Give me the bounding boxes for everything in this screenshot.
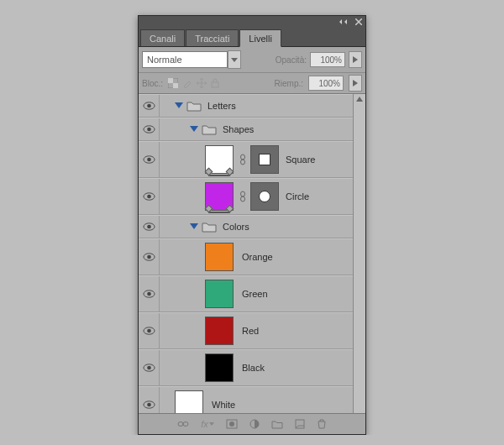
mask-icon[interactable] — [226, 419, 238, 429]
folder-icon — [186, 99, 202, 113]
visibility-icon[interactable] — [143, 290, 155, 298]
close-icon[interactable] — [355, 18, 362, 25]
vector-mask-thumb[interactable] — [250, 145, 279, 174]
layer-group-colors[interactable]: Colors — [139, 215, 353, 238]
blend-mode-caret[interactable] — [228, 50, 241, 69]
blend-mode-select[interactable]: Normale — [142, 51, 228, 68]
svg-point-11 — [241, 160, 245, 165]
layer-list: Letters Shapes Square — [139, 94, 353, 413]
visibility-icon[interactable] — [143, 253, 155, 261]
visibility-icon[interactable] — [143, 400, 155, 409]
svg-point-15 — [241, 196, 245, 202]
fill-label: Riemp.: — [275, 79, 303, 88]
blend-row: Normale Opacità: 100% — [139, 47, 365, 73]
visibility-icon[interactable] — [143, 192, 155, 201]
opacity-flyout[interactable] — [349, 51, 362, 68]
disclosure-icon[interactable] — [175, 101, 183, 111]
fx-icon[interactable]: fx — [201, 419, 214, 429]
layer-name: Black — [242, 363, 265, 373]
visibility-icon[interactable] — [143, 327, 155, 335]
visibility-icon[interactable] — [143, 364, 155, 372]
svg-point-5 — [147, 104, 151, 108]
layers-panel: Canali Tracciati Livelli Normale Opacità… — [138, 15, 366, 435]
lock-all-icon[interactable] — [211, 78, 219, 88]
layer-group-shapes[interactable]: Shapes — [139, 118, 353, 141]
svg-point-9 — [147, 158, 151, 162]
folder-icon — [201, 220, 218, 233]
layer-green[interactable]: Green — [139, 275, 353, 312]
svg-point-25 — [147, 366, 151, 370]
tabs: Canali Tracciati Livelli — [139, 28, 365, 47]
tab-canali[interactable]: Canali — [140, 29, 185, 46]
layer-white[interactable]: White — [139, 386, 353, 413]
opacity-input[interactable]: 100% — [310, 52, 345, 67]
delete-icon[interactable] — [317, 419, 327, 429]
lock-move-icon[interactable] — [197, 78, 207, 88]
layers-area: Letters Shapes Square — [139, 94, 365, 413]
visibility-icon[interactable] — [143, 125, 155, 134]
lock-label: Bloc.: — [142, 79, 163, 88]
opacity-label: Opacità: — [276, 55, 307, 65]
layer-thumb[interactable] — [205, 243, 234, 271]
disclosure-icon[interactable] — [190, 124, 198, 134]
link-icon[interactable] — [239, 154, 247, 165]
svg-point-31 — [229, 421, 234, 427]
fill-flyout[interactable] — [349, 75, 362, 92]
layer-square[interactable]: Square — [139, 141, 353, 178]
svg-point-27 — [147, 403, 151, 407]
svg-point-28 — [178, 422, 183, 427]
layer-name: Colors — [223, 222, 249, 232]
layer-circle[interactable]: Circle — [139, 178, 353, 215]
layer-thumb[interactable] — [205, 145, 234, 174]
layer-thumb[interactable] — [205, 280, 234, 308]
svg-rect-2 — [173, 83, 178, 88]
svg-point-23 — [147, 329, 151, 333]
scrollbar[interactable] — [353, 94, 365, 413]
disclosure-icon[interactable] — [190, 222, 198, 232]
collapse-icon[interactable] — [339, 18, 350, 25]
svg-point-19 — [147, 255, 151, 259]
tab-tracciati[interactable]: Tracciati — [186, 29, 239, 46]
svg-rect-3 — [212, 82, 218, 87]
new-group-icon[interactable] — [271, 419, 283, 429]
svg-point-17 — [147, 225, 151, 229]
svg-rect-1 — [168, 78, 173, 83]
svg-point-21 — [147, 292, 151, 296]
visibility-icon[interactable] — [143, 102, 155, 110]
link-layers-icon[interactable] — [177, 420, 189, 428]
layer-name: Letters — [207, 101, 236, 111]
lock-row: Bloc.: Riemp.: 100% — [139, 73, 365, 94]
folder-icon — [201, 123, 218, 136]
layer-thumb[interactable] — [205, 317, 234, 345]
svg-point-14 — [241, 191, 245, 196]
link-icon[interactable] — [239, 191, 247, 202]
layer-thumb[interactable] — [205, 182, 234, 211]
visibility-icon[interactable] — [143, 222, 155, 231]
layer-thumb[interactable] — [205, 353, 234, 382]
adjustment-icon[interactable] — [249, 419, 260, 429]
layer-name: Red — [242, 326, 259, 336]
lock-icons — [168, 78, 219, 88]
svg-point-7 — [147, 128, 151, 132]
panel-body: Normale Opacità: 100% Bloc.: Riemp.: 100… — [139, 47, 365, 434]
svg-point-13 — [147, 195, 151, 199]
panel-topbar — [139, 16, 365, 28]
layer-name: Shapes — [223, 124, 254, 134]
new-layer-icon[interactable] — [295, 419, 305, 429]
layer-red[interactable]: Red — [139, 312, 353, 349]
layer-orange[interactable]: Orange — [139, 238, 353, 275]
vector-mask-thumb[interactable] — [250, 182, 279, 211]
layer-group-letters[interactable]: Letters — [139, 94, 353, 118]
lock-transparency-icon[interactable] — [168, 78, 178, 88]
layer-name: White — [212, 400, 235, 410]
layer-black[interactable]: Black — [139, 349, 353, 386]
fill-input[interactable]: 100% — [308, 76, 344, 91]
scroll-up-icon[interactable] — [354, 94, 365, 104]
layer-thumb[interactable] — [175, 390, 203, 413]
visibility-icon[interactable] — [143, 155, 155, 164]
layer-name: Circle — [286, 191, 309, 202]
tab-livelli[interactable]: Livelli — [239, 29, 281, 47]
svg-point-10 — [241, 154, 245, 160]
layer-name: Square — [286, 154, 315, 165]
lock-paint-icon[interactable] — [182, 78, 192, 88]
